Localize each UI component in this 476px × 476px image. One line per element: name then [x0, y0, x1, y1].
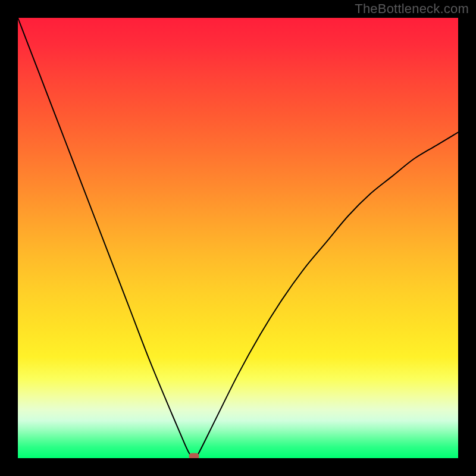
watermark-text: TheBottleneck.com — [355, 1, 469, 17]
chart-frame: TheBottleneck.com — [0, 0, 476, 476]
bottleneck-curve — [18, 18, 458, 458]
minimum-marker — [189, 453, 199, 458]
plot-area — [18, 18, 458, 458]
curve-layer — [18, 18, 458, 458]
